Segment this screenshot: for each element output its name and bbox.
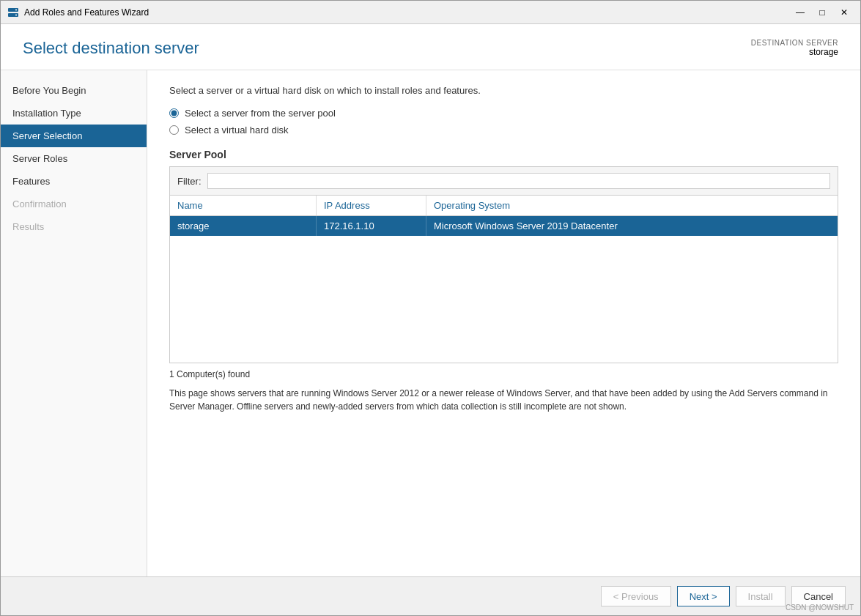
app-icon	[7, 6, 20, 19]
main-content: Before You Begin Installation Type Serve…	[1, 70, 860, 576]
page-title: Select destination server	[23, 39, 199, 58]
content-area: Select a server or a virtual hard disk o…	[147, 70, 860, 576]
footer: < Previous Next > Install Cancel	[1, 576, 860, 615]
filter-row: Filter:	[170, 167, 838, 196]
filter-input[interactable]	[207, 173, 831, 189]
sidebar: Before You Begin Installation Type Serve…	[1, 70, 147, 576]
table-header: Name IP Address Operating System	[170, 196, 838, 216]
info-text: This page shows servers that are running…	[169, 387, 838, 413]
sidebar-item-features[interactable]: Features	[1, 170, 147, 193]
previous-button[interactable]: < Previous	[601, 586, 671, 606]
sidebar-item-results: Results	[1, 215, 147, 238]
cell-name: storage	[170, 216, 317, 236]
header: Select destination server DESTINATION SE…	[1, 24, 860, 70]
destination-server-info: DESTINATION SERVER storage	[751, 39, 838, 57]
main-window: Add Roles and Features Wizard — □ ✕ Sele…	[0, 0, 861, 616]
server-pool-radio[interactable]	[169, 108, 179, 118]
minimize-button[interactable]: —	[790, 4, 810, 21]
sidebar-item-server-roles[interactable]: Server Roles	[1, 147, 147, 170]
cell-ip: 172.16.1.10	[317, 216, 426, 236]
radio-option-vhd[interactable]: Select a virtual hard disk	[169, 125, 838, 136]
sidebar-item-server-selection[interactable]: Server Selection	[1, 125, 147, 147]
window-title: Add Roles and Features Wizard	[24, 7, 790, 18]
svg-point-3	[15, 14, 17, 15]
cell-os: Microsoft Windows Server 2019 Datacenter	[426, 216, 838, 236]
install-button[interactable]: Install	[736, 586, 786, 606]
maximize-button[interactable]: □	[812, 4, 832, 21]
computers-found: 1 Computer(s) found	[169, 369, 838, 379]
table-row[interactable]: storage 172.16.1.10 Microsoft Windows Se…	[170, 216, 838, 236]
sidebar-item-installation-type[interactable]: Installation Type	[1, 102, 147, 125]
close-button[interactable]: ✕	[834, 4, 854, 21]
col-name: Name	[170, 196, 317, 215]
next-button[interactable]: Next >	[677, 586, 730, 606]
server-pool-title: Server Pool	[169, 149, 838, 160]
title-bar: Add Roles and Features Wizard — □ ✕	[1, 1, 860, 24]
table-body: storage 172.16.1.10 Microsoft Windows Se…	[170, 216, 838, 363]
radio-group: Select a server from the server pool Sel…	[169, 108, 838, 136]
server-pool-label[interactable]: Select a server from the server pool	[185, 108, 336, 119]
vhd-label[interactable]: Select a virtual hard disk	[185, 125, 289, 136]
window-controls: — □ ✕	[790, 4, 854, 21]
radio-option-server-pool[interactable]: Select a server from the server pool	[169, 108, 838, 119]
watermark: CSDN @NOWSHUT	[786, 604, 854, 612]
filter-label: Filter:	[177, 176, 202, 187]
page-description: Select a server or a virtual hard disk o…	[169, 85, 838, 96]
vhd-radio[interactable]	[169, 125, 179, 135]
destination-value: storage	[809, 47, 838, 57]
col-ip: IP Address	[317, 196, 426, 215]
server-pool-container: Filter: Name IP Address Operating System…	[169, 166, 838, 363]
svg-point-2	[15, 9, 17, 10]
sidebar-item-before-you-begin[interactable]: Before You Begin	[1, 79, 147, 102]
sidebar-item-confirmation: Confirmation	[1, 193, 147, 215]
destination-label: DESTINATION SERVER	[751, 39, 838, 47]
col-os: Operating System	[426, 196, 838, 215]
